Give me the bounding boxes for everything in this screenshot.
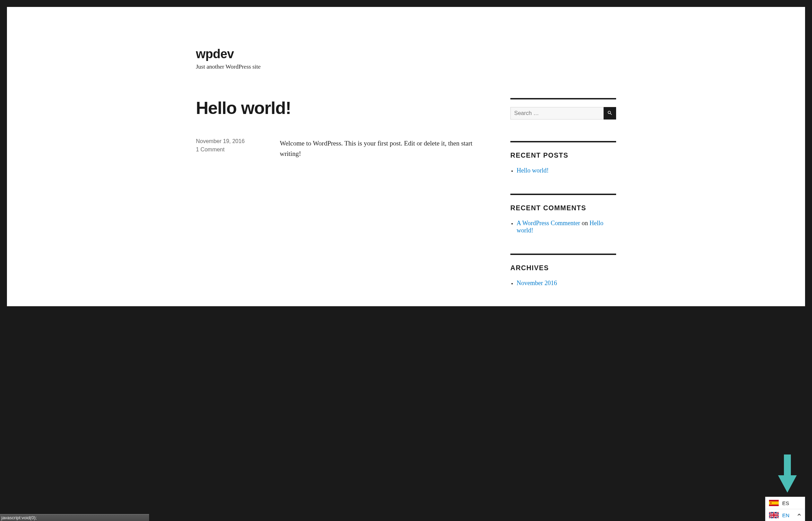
widget-title: RECENT COMMENTS — [510, 204, 616, 212]
recent-posts-widget: RECENT POSTS Hello world! — [510, 141, 616, 174]
recent-comments-widget: RECENT COMMENTS A WordPress Commenter on… — [510, 194, 616, 234]
post-title[interactable]: Hello world! — [196, 98, 486, 118]
comment-author-link[interactable]: A WordPress Commenter — [517, 220, 580, 227]
archives-widget: ARCHIVES November 2016 — [510, 254, 616, 287]
comment-on-text: on — [580, 220, 589, 227]
archive-link[interactable]: November 2016 — [517, 280, 557, 286]
post-meta: November 19, 2016 1 Comment — [196, 138, 261, 159]
site-title[interactable]: wpdev — [196, 47, 616, 61]
post-comments-link[interactable]: 1 Comment — [196, 147, 261, 153]
list-item: November 2016 — [517, 280, 616, 287]
recent-post-link[interactable]: Hello world! — [517, 167, 548, 174]
widget-title: ARCHIVES — [510, 264, 616, 272]
widget-title: RECENT POSTS — [510, 151, 616, 159]
post-content: Welcome to WordPress. This is your first… — [280, 138, 486, 159]
list-item: A WordPress Commenter on Hello world! — [517, 220, 616, 234]
search-button[interactable] — [604, 107, 616, 120]
search-widget — [510, 98, 616, 120]
post-date[interactable]: November 19, 2016 — [196, 138, 261, 144]
main-content: Hello world! November 19, 2016 1 Comment… — [196, 98, 486, 306]
post: Hello world! November 19, 2016 1 Comment… — [196, 98, 486, 159]
search-icon — [607, 110, 613, 117]
site-header: wpdev Just another WordPress site — [196, 7, 616, 98]
sidebar: RECENT POSTS Hello world! RECENT COMMENT… — [510, 98, 616, 306]
list-item: Hello world! — [517, 167, 616, 174]
site-tagline: Just another WordPress site — [196, 63, 616, 70]
search-input[interactable] — [510, 107, 604, 120]
